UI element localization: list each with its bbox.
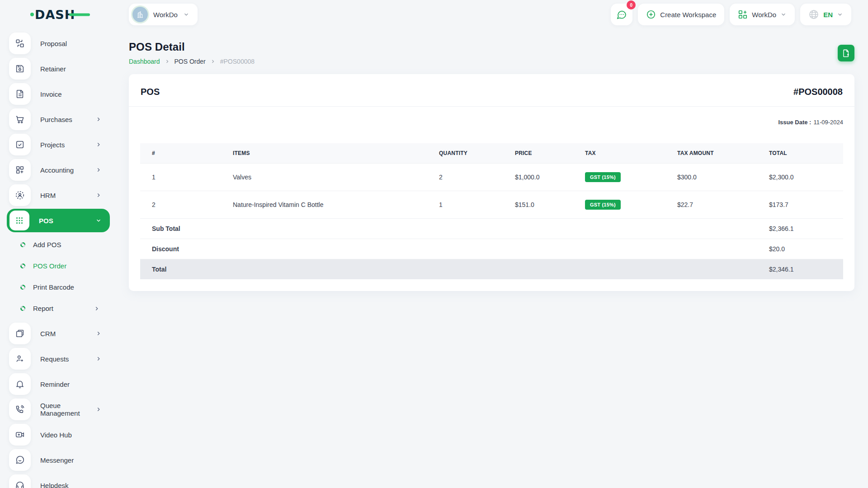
total-label: Total bbox=[140, 259, 427, 280]
issue-date: Issue Date : 11-09-2024 bbox=[140, 119, 843, 126]
card-title: POS bbox=[141, 87, 160, 97]
plus-circle-icon bbox=[646, 9, 656, 19]
sidebar-subitem-print-barcode[interactable]: Print Barcode bbox=[7, 277, 110, 298]
chevron-down-icon bbox=[837, 11, 843, 18]
workspace-name: WorkDo bbox=[153, 11, 178, 19]
sidebar-item-queue-management[interactable]: Queue Management bbox=[7, 398, 110, 421]
subtotal-row: Sub Total $2,366.1 bbox=[140, 219, 843, 239]
sidebar-item-messenger[interactable]: Messenger bbox=[7, 448, 110, 472]
tax-badge: GST (15%) bbox=[585, 172, 621, 182]
table-row: 1 Valves 2 $1,000.0 GST (15%) $300.0 $2,… bbox=[140, 164, 843, 191]
chevron-right-icon bbox=[95, 330, 102, 337]
sidebar-item-purchases[interactable]: Purchases bbox=[7, 108, 110, 131]
dash-logo-icon: DASH bbox=[30, 7, 90, 22]
floppy-disk-icon bbox=[9, 58, 31, 80]
messages-button[interactable]: 0 bbox=[611, 4, 632, 25]
globe-icon bbox=[808, 9, 819, 20]
breadcrumb-pos-order-link[interactable]: POS Order bbox=[175, 58, 206, 65]
chevron-right-icon bbox=[94, 305, 100, 312]
col-header-tax-amount: TAX AMOUNT bbox=[665, 143, 757, 164]
issue-date-value: 11-09-2024 bbox=[813, 119, 843, 126]
col-header-items: ITEMS bbox=[221, 143, 427, 164]
top-bar: DASH WorkDo 0 Creat bbox=[0, 0, 868, 29]
shopping-cart-icon bbox=[9, 108, 31, 130]
sidebar-item-crm[interactable]: CRM bbox=[7, 322, 110, 345]
bullet-icon bbox=[20, 242, 25, 247]
video-camera-icon bbox=[9, 424, 31, 446]
checkbox-icon bbox=[9, 134, 31, 155]
messages-badge: 0 bbox=[627, 0, 636, 9]
chevron-right-icon bbox=[95, 406, 102, 413]
sidebar: Proposal Retainer Invoice Purchases bbox=[0, 29, 118, 488]
breadcrumb-current: #POS00008 bbox=[220, 58, 255, 65]
workspace-menu-button[interactable]: WorkDo bbox=[730, 4, 795, 25]
chevron-right-icon bbox=[165, 59, 170, 64]
create-workspace-button[interactable]: Create Workspace bbox=[638, 4, 724, 25]
table-header-row: # ITEMS QUANTITY PRICE TAX TAX AMOUNT TO… bbox=[140, 143, 843, 164]
chat-bubble-icon bbox=[616, 9, 627, 20]
sidebar-item-reminder[interactable]: Reminder bbox=[7, 372, 110, 396]
sidebar-item-accounting[interactable]: Accounting bbox=[7, 158, 110, 182]
language-code: EN bbox=[823, 11, 833, 19]
workspace-switcher[interactable]: WorkDo bbox=[129, 4, 198, 25]
sidebar-item-projects[interactable]: Projects bbox=[7, 133, 110, 156]
person-dashed-circle-icon bbox=[9, 184, 31, 206]
subtotal-label: Sub Total bbox=[140, 219, 427, 239]
card-header: POS #POS00008 bbox=[140, 85, 843, 97]
phone-call-icon bbox=[9, 399, 31, 420]
col-header-quantity: QUANTITY bbox=[427, 143, 503, 164]
chevron-down-icon bbox=[780, 11, 787, 18]
col-header-tax: TAX bbox=[573, 143, 665, 164]
chevron-right-icon bbox=[95, 167, 102, 173]
col-header-price: PRICE bbox=[503, 143, 573, 164]
bullet-icon bbox=[20, 306, 25, 311]
create-workspace-label: Create Workspace bbox=[660, 11, 716, 19]
sidebar-item-hrm[interactable]: HRM bbox=[7, 183, 110, 207]
bullet-icon bbox=[20, 285, 25, 290]
sidebar-subitem-add-pos[interactable]: Add POS bbox=[7, 234, 110, 255]
sidebar-item-helpdesk[interactable]: Helpdesk bbox=[7, 474, 110, 488]
chevron-down-icon bbox=[183, 11, 189, 18]
pos-detail-card: POS #POS00008 Issue Date : 11-09-2024 # … bbox=[129, 74, 854, 291]
chevron-right-icon bbox=[210, 59, 216, 64]
sidebar-item-video-hub[interactable]: Video Hub bbox=[7, 423, 110, 446]
pos-number: #POS00008 bbox=[793, 87, 843, 97]
duplicate-pos-button[interactable] bbox=[838, 45, 854, 61]
sidebar-item-invoice[interactable]: Invoice bbox=[7, 82, 110, 106]
sidebar-item-requests[interactable]: Requests bbox=[7, 347, 110, 371]
discount-label: Discount bbox=[140, 239, 427, 259]
sidebar-item-retainer[interactable]: Retainer bbox=[7, 57, 110, 80]
sidebar-item-pos[interactable]: POS bbox=[7, 209, 110, 232]
file-text-icon bbox=[9, 83, 31, 105]
sidebar-subitem-report[interactable]: Report bbox=[7, 298, 110, 319]
col-header-total: TOTAL bbox=[757, 143, 843, 164]
discount-value: $20.0 bbox=[757, 239, 843, 259]
sidebar-item-proposal[interactable]: Proposal bbox=[7, 32, 110, 55]
issue-date-label: Issue Date : bbox=[778, 119, 811, 126]
person-plus-icon bbox=[9, 348, 31, 370]
divider bbox=[129, 106, 854, 107]
page-title: POS Detail bbox=[129, 41, 255, 53]
sidebar-subitem-pos-order[interactable]: POS Order bbox=[7, 255, 110, 277]
grid-plus-icon bbox=[9, 159, 31, 181]
svg-text:DASH: DASH bbox=[35, 8, 75, 22]
swap-boxes-icon bbox=[9, 33, 31, 54]
breadcrumb: Dashboard POS Order #POS00008 bbox=[129, 58, 255, 65]
dash-logo[interactable]: DASH bbox=[30, 7, 119, 22]
workspace-avatar bbox=[132, 7, 148, 22]
grid-plus-icon bbox=[738, 9, 748, 19]
workspace-menu-label: WorkDo bbox=[752, 11, 776, 19]
total-row: Total $2,346.1 bbox=[140, 259, 843, 280]
table-row: 2 Nature-Inspired Vitamin C Bottle 1 $15… bbox=[140, 191, 843, 219]
file-plus-icon bbox=[842, 49, 850, 57]
breadcrumb-dashboard-link[interactable]: Dashboard bbox=[129, 58, 160, 65]
headphones-icon bbox=[9, 474, 31, 488]
pos-submenu: Add POS POS Order Print Barcode Report bbox=[7, 234, 118, 319]
chevron-right-icon bbox=[95, 192, 102, 198]
chat-bubble-icon bbox=[9, 449, 31, 471]
chevron-right-icon bbox=[95, 356, 102, 362]
bullet-icon bbox=[20, 263, 25, 268]
chevron-right-icon bbox=[95, 141, 102, 148]
chevron-down-icon bbox=[95, 217, 102, 224]
language-selector[interactable]: EN bbox=[800, 4, 851, 25]
